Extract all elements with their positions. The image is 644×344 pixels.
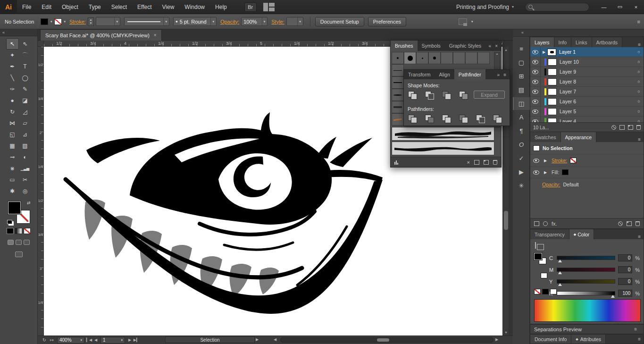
color-group-icon[interactable]: [535, 242, 536, 249]
brush-item[interactable]: [392, 52, 404, 64]
color-spectrum-bar[interactable]: [534, 299, 641, 322]
horizontal-scrollbar[interactable]: [280, 337, 493, 343]
prev-artboard-button[interactable]: ◀: [92, 338, 99, 342]
visibility-eye-icon[interactable]: [530, 97, 541, 106]
intersect-button[interactable]: [441, 90, 452, 100]
ellipse-tool[interactable]: ◯: [19, 72, 32, 84]
expand-panel-icon[interactable]: »: [497, 72, 500, 77]
divide-button[interactable]: [407, 114, 418, 123]
trim-button[interactable]: [424, 114, 435, 123]
scroll-left-icon[interactable]: ◀: [274, 337, 276, 342]
artwork-bat-face[interactable]: [59, 109, 385, 329]
mesh-tool[interactable]: ▦: [6, 140, 19, 151]
layer-name[interactable]: Layer 8: [560, 79, 634, 84]
document-tab[interactable]: Scary Bat Face.ai* @ 400% (CMYK/Preview)…: [40, 29, 162, 41]
slice-tool[interactable]: ✂: [19, 174, 32, 185]
panel-menu-icon[interactable]: ≡: [503, 72, 506, 77]
zoom-tool[interactable]: ◎: [19, 185, 32, 197]
tab-info[interactable]: Info: [554, 37, 572, 47]
swap-fill-stroke-icon[interactable]: ⇄: [27, 201, 31, 205]
target-icon[interactable]: ○: [634, 79, 644, 84]
color-mode-button[interactable]: [7, 228, 14, 234]
tab-align[interactable]: Align: [435, 69, 454, 80]
panel-menu-icon[interactable]: ≡: [635, 234, 644, 239]
delete-layer-icon[interactable]: [636, 125, 641, 130]
pencil-tool[interactable]: ✎: [19, 84, 32, 95]
crop-button[interactable]: [458, 114, 468, 123]
slider-knob[interactable]: [611, 295, 615, 298]
width-tool[interactable]: ⋈: [6, 117, 19, 129]
menu-window[interactable]: Window: [179, 0, 210, 14]
clear-appearance-icon[interactable]: [618, 221, 623, 226]
layer-name[interactable]: Layer 1: [559, 49, 634, 55]
eraser-tool[interactable]: ◪: [19, 95, 32, 106]
pen-tool[interactable]: ✒: [6, 61, 19, 72]
last-artboard-button[interactable]: ▶▎: [133, 338, 140, 342]
menu-type[interactable]: Type: [84, 0, 106, 14]
tab-attributes[interactable]: ◆Attributes: [571, 335, 606, 344]
slider-knob[interactable]: [558, 260, 562, 262]
style-field[interactable]: ▾: [286, 17, 303, 26]
brush-item[interactable]: [392, 76, 404, 89]
layer-thumbnail[interactable]: [548, 78, 557, 85]
search-input[interactable]: [525, 3, 589, 11]
ruler-origin[interactable]: [38, 41, 44, 47]
layer-thumbnail[interactable]: [548, 118, 557, 123]
clipping-mask-icon[interactable]: [611, 125, 616, 130]
layer-row[interactable]: ▶ Layer 1 ○: [530, 47, 644, 57]
style-link[interactable]: Style:: [271, 19, 284, 25]
artboards-panel-icon[interactable]: ⊞: [513, 70, 530, 83]
layer-thumbnail[interactable]: [548, 59, 557, 66]
yellow-slider[interactable]: [557, 279, 615, 284]
delete-brush-icon[interactable]: [493, 160, 497, 165]
close-panel-icon[interactable]: ×: [495, 43, 498, 49]
zoom-field[interactable]: 400%▾: [57, 337, 84, 344]
blend-tool[interactable]: ◐: [19, 151, 32, 163]
status-menu-icon[interactable]: ▶: [256, 337, 259, 342]
target-icon[interactable]: ○: [634, 109, 644, 114]
minimize-button[interactable]: —: [596, 0, 612, 14]
shape-builder-tool[interactable]: ◱: [6, 129, 19, 140]
expander-icon[interactable]: ▶: [541, 50, 547, 54]
layer-name[interactable]: Layer 5: [560, 109, 634, 114]
appearance-fill-label[interactable]: Fill:: [552, 169, 559, 175]
draw-behind-button[interactable]: [16, 240, 22, 245]
brush-options-icon[interactable]: [474, 160, 479, 165]
new-stroke-icon[interactable]: [534, 221, 539, 226]
black-slider[interactable]: [557, 291, 615, 295]
variable-width-profile-field[interactable]: ▾: [124, 17, 169, 26]
visibility-eye-icon[interactable]: [533, 159, 539, 163]
brush-item[interactable]: [465, 52, 477, 64]
layers-panel-icon[interactable]: ◫: [513, 97, 530, 110]
target-icon[interactable]: ○: [634, 69, 644, 74]
stroke-weight-field[interactable]: ▾: [96, 17, 120, 26]
artboard-field[interactable]: 1▾: [100, 337, 125, 344]
layer-row[interactable]: Layer 8 ○: [530, 77, 644, 87]
sync-settings-icon[interactable]: ↻: [41, 337, 48, 343]
type-tool[interactable]: T: [19, 61, 32, 72]
actions-panel-icon[interactable]: ✓: [513, 152, 530, 165]
visibility-eye-icon[interactable]: [530, 107, 541, 116]
symbols-panel-icon[interactable]: ▶: [513, 166, 530, 178]
layer-row[interactable]: Layer 9 ○: [530, 67, 644, 77]
free-transform-tool[interactable]: ▱: [19, 117, 32, 129]
fx-icon[interactable]: fx.: [552, 221, 557, 227]
menu-file[interactable]: File: [17, 0, 36, 14]
brush-item[interactable]: [416, 52, 428, 64]
panel-menu-icon[interactable]: ≡: [635, 42, 644, 47]
appearance-opacity-link[interactable]: Opacity:: [542, 182, 560, 187]
default-fill-stroke-icon[interactable]: [7, 220, 12, 224]
new-effect-icon[interactable]: [543, 221, 548, 226]
layer-row[interactable]: Layer 5 ○: [530, 107, 644, 117]
lasso-tool[interactable]: ⌒: [19, 50, 32, 61]
direct-selection-tool[interactable]: ⇖: [19, 38, 32, 50]
tab-layers[interactable]: Layers: [530, 37, 554, 47]
layer-name[interactable]: Layer 9: [560, 69, 634, 75]
scroll-up-icon[interactable]: ▲: [503, 47, 509, 53]
new-brush-icon[interactable]: [484, 160, 489, 165]
new-sublayer-icon[interactable]: [619, 125, 625, 130]
target-icon[interactable]: ○: [634, 99, 644, 104]
cyan-slider[interactable]: [557, 256, 615, 260]
opentype-panel-icon[interactable]: O: [513, 138, 530, 151]
panel-menu-icon[interactable]: ≡: [635, 137, 644, 142]
